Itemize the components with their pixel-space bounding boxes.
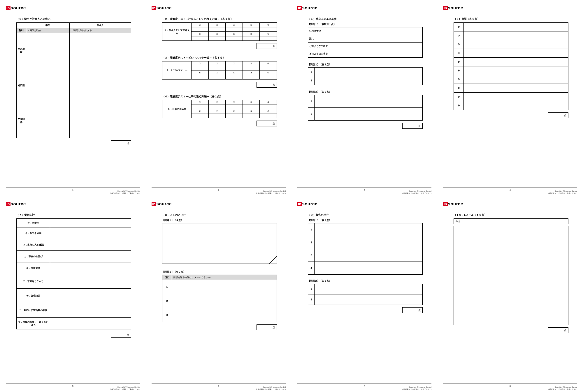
email-body-box[interactable] <box>454 226 568 325</box>
table-student-worker: 学生社会人 【例】・時間が自由・時間に制約がある 生活環境 経済面 交友関係 <box>16 22 131 138</box>
table-phone: ア．名乗り イ．相手を確認 ウ．名指し人を確認 カ．不在のお詫び キ．情報提供 … <box>16 218 131 329</box>
quiz-table-3: ２．ビジネスマナー①②③④⑤ ⑥⑦⑧⑨⑩ <box>162 61 277 80</box>
section-1-title: （１）学生と社会人との違い <box>16 17 131 21</box>
page-3: insource （５）社会人の基本姿勢 【問題１】〔各項目１点〕 いつまでに … <box>292 0 437 196</box>
quiz-table-4: ３．仕事の進め方①②③④⑤ ⑥⑦⑧⑨⑩ <box>162 100 277 118</box>
table-keigo: ① ② ③ ④ ⑤ ⑥ ⑦ ⑧ ⑨ ⑩ <box>454 22 568 110</box>
page-4: insource （６）敬語〔各１点〕 ① ② ③ ④ ⑤ ⑥ ⑦ ⑧ ⑨ ⑩ … <box>437 0 583 196</box>
page-7: insource （９）報告の仕方 【問題１】〔各２点〕 １ ２ ３ ４ 【問題… <box>292 196 437 392</box>
logo-in-icon: in <box>6 6 10 10</box>
quiz-table-2: １．社会人としての考え方①②③④⑤ ⑥⑦⑧⑨⑩ <box>162 22 277 41</box>
dog-ear-icon <box>269 256 277 264</box>
page-5: insource （７）電話応対 ア．名乗り イ．相手を確認 ウ．名指し人を確認… <box>0 196 146 392</box>
logo: insource <box>6 5 140 10</box>
memo-box[interactable] <box>162 223 277 264</box>
score-box[interactable]: 点 <box>111 140 131 146</box>
page-8: insource （１０）Eメール〔１０点〕 件名： 点 8Copyright … <box>437 196 583 392</box>
page-1: insource （１）学生と社会人との違い 学生社会人 【例】・時間が自由・時… <box>0 0 146 196</box>
email-subject-row[interactable]: 件名： <box>454 218 568 224</box>
page-6: insource （８）メモのとり方 【問題１】〔４点〕 【問題２】〔各２点〕 … <box>146 196 292 392</box>
table-q1: いつまでに 誰に どのような手段で どのような内容を <box>308 27 423 58</box>
page-2: insource （２）理解度テスト～社会人としての考え方編～〔各１点〕 １．社… <box>146 0 292 196</box>
